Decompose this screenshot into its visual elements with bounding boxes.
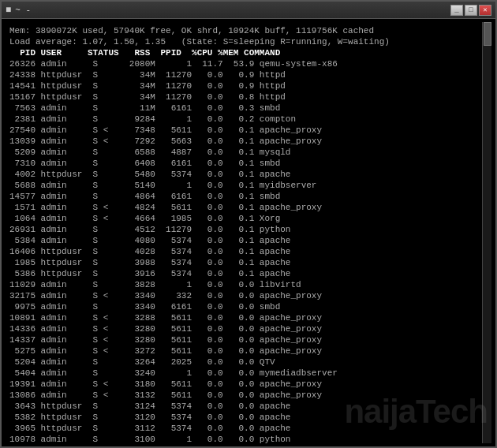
table-row: 5404 admin S 3240 1 0.0 0.0 mymediadbser… bbox=[9, 368, 478, 379]
maximize-button[interactable]: □ bbox=[465, 5, 477, 16]
table-row: 14336 admin S < 3280 5611 0.0 0.0 apache… bbox=[9, 323, 478, 334]
window-controls: _ □ ✕ bbox=[450, 5, 491, 16]
column-header: PID USER STATUS RSS PPID %CPU %MEM COMMA… bbox=[9, 47, 478, 58]
table-row: 2381 admin S 9284 1 0.0 0.2 compton bbox=[9, 114, 478, 125]
terminal-window: ■ ~ - _ □ ✕ Mem: 3890072K used, 57940K f… bbox=[0, 0, 497, 448]
table-row: 7310 admin S 6408 6161 0.0 0.1 smbd bbox=[9, 158, 478, 169]
close-button[interactable]: ✕ bbox=[479, 5, 491, 16]
table-row: 5386 httpdusr S 3916 5374 0.0 0.1 apache bbox=[9, 268, 478, 279]
table-row: 5209 admin S 6588 4887 0.0 0.1 mysqld bbox=[9, 147, 478, 158]
table-row: 14337 admin S < 3280 5611 0.0 0.0 apache… bbox=[9, 334, 478, 345]
table-row: 15167 httpdusr S 34M 11270 0.0 0.8 httpd bbox=[9, 91, 478, 103]
table-row: 14541 httpdusr S 34M 11270 0.0 0.9 httpd bbox=[9, 80, 478, 91]
mem-info-line: Mem: 3890072K used, 57940K free, OK shrd… bbox=[9, 25, 478, 36]
table-row: 19391 admin S < 3180 5611 0.0 0.0 apache… bbox=[9, 379, 478, 390]
terminal-icon: ■ bbox=[6, 5, 11, 16]
table-row: 10978 admin S 3100 1 0.0 0.0 python bbox=[9, 434, 478, 443]
table-row: 16406 httpdusr S 4028 5374 0.0 0.1 apach… bbox=[9, 246, 478, 257]
table-row: 5382 httpdusr S 3120 5374 0.0 0.0 apache bbox=[9, 412, 478, 423]
table-row: 4002 httpdusr S 5480 5374 0.0 0.1 apache bbox=[9, 169, 478, 180]
terminal-content: Mem: 3890072K used, 57940K free, OK shrd… bbox=[2, 19, 495, 446]
table-row: 32175 admin S < 3340 332 0.0 0.0 apache_… bbox=[9, 290, 478, 301]
table-row: 10891 admin S < 3288 5611 0.0 0.0 apache… bbox=[9, 312, 478, 323]
minimize-button[interactable]: _ bbox=[450, 5, 463, 16]
table-row: 1985 httpdusr S 3988 5374 0.0 0.1 apache bbox=[9, 257, 478, 268]
scrollbar-thumb[interactable] bbox=[484, 22, 491, 46]
window-title: ~ - bbox=[15, 6, 31, 15]
table-row: 14577 admin S 4864 6161 0.0 0.1 smbd bbox=[9, 191, 478, 202]
table-row: 5384 admin S 4080 5374 0.0 0.1 apache bbox=[9, 235, 478, 246]
table-row: 9975 admin S 3340 6161 0.0 0.0 smbd bbox=[9, 301, 478, 312]
table-row: 5275 admin S < 3272 5611 0.0 0.0 apache_… bbox=[9, 345, 478, 357]
table-row: 7563 admin S 11M 6161 0.0 0.3 smbd bbox=[9, 103, 478, 114]
scrollbar[interactable] bbox=[482, 22, 491, 443]
table-row: 1064 admin S < 4664 1985 0.0 0.1 Xorg bbox=[9, 213, 478, 224]
table-row: 13039 admin S < 7292 5663 0.0 0.1 apache… bbox=[9, 136, 478, 147]
table-row: 3643 httpdusr S 3124 5374 0.0 0.0 apache bbox=[9, 401, 478, 412]
table-row: 3965 httpdusr S 3112 5374 0.0 0.0 apache bbox=[9, 423, 478, 434]
process-rows: 26326 admin S 2080M 1 11.7 53.9 qemu-sys… bbox=[9, 58, 478, 443]
table-row: 5204 admin S 3264 2025 0.0 0.0 QTV bbox=[9, 357, 478, 368]
process-list: Mem: 3890072K used, 57940K free, OK shrd… bbox=[6, 22, 482, 443]
table-row: 11029 admin S 3828 1 0.0 0.0 libvirtd bbox=[9, 279, 478, 290]
load-avg-line: Load average: 1.07, 1.50, 1.35 (State: S… bbox=[9, 36, 478, 47]
table-row: 1571 admin S < 4824 5611 0.0 0.1 apache_… bbox=[9, 202, 478, 213]
table-row: 26326 admin S 2080M 1 11.7 53.9 qemu-sys… bbox=[9, 58, 478, 69]
title-bar-left: ■ ~ - bbox=[6, 5, 31, 16]
title-bar: ■ ~ - _ □ ✕ bbox=[2, 2, 495, 19]
table-row: 24338 httpdusr S 34M 11270 0.0 0.9 httpd bbox=[9, 69, 478, 80]
table-row: 13086 admin S < 3132 5611 0.0 0.0 apache… bbox=[9, 390, 478, 401]
table-row: 26931 admin S 4512 11279 0.0 0.1 python bbox=[9, 224, 478, 235]
table-row: 5688 admin S 5140 1 0.0 0.1 myidbserver bbox=[9, 180, 478, 191]
table-row: 27540 admin S < 7348 5611 0.0 0.1 apache… bbox=[9, 125, 478, 136]
